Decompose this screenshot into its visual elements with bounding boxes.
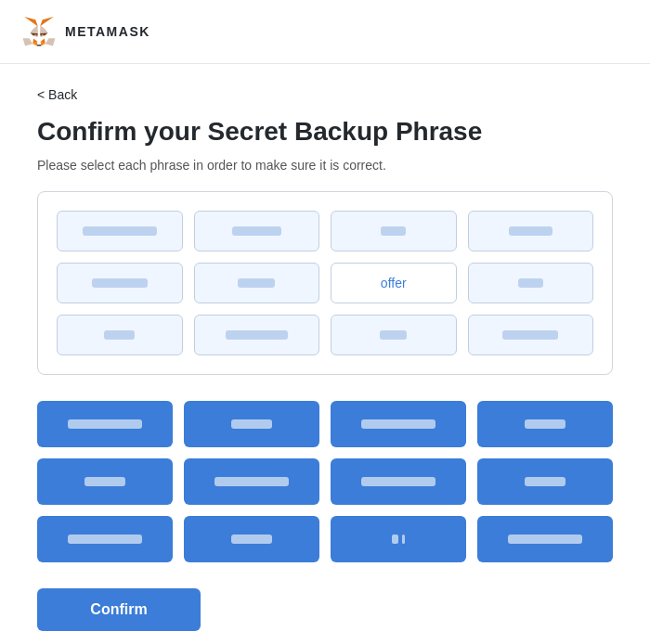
word-blur-4	[509, 226, 552, 236]
metamask-logo-icon	[22, 15, 56, 48]
page-subtitle: Please select each phrase in order to ma…	[37, 158, 613, 173]
word-button-12[interactable]	[477, 516, 613, 562]
svg-marker-0	[40, 17, 54, 26]
word-button-2[interactable]	[184, 401, 319, 447]
phrase-selection-box: offer	[37, 191, 613, 375]
svg-marker-3	[23, 38, 33, 45]
phrase-slot-3[interactable]	[331, 211, 457, 251]
btn-blur-10	[231, 535, 272, 544]
phrase-slot-2[interactable]	[194, 211, 320, 251]
word-blur-6	[238, 278, 275, 288]
btn-blur-7	[361, 477, 436, 486]
phrase-slot-5[interactable]	[57, 263, 183, 303]
main-content: < Back Confirm your Secret Backup Phrase…	[0, 64, 650, 644]
word-button-8[interactable]	[477, 458, 613, 505]
phrase-grid: offer	[57, 211, 593, 355]
phrase-slot-4[interactable]	[468, 211, 594, 251]
btn-blur-4	[525, 419, 566, 429]
word-button-4[interactable]	[477, 401, 613, 447]
phrase-slot-7[interactable]: offer	[331, 263, 457, 303]
word-blur-5	[92, 278, 148, 288]
word-button-10[interactable]	[184, 516, 319, 562]
btn-blur-1	[68, 419, 142, 429]
phrase-slot-11[interactable]	[331, 315, 457, 355]
word-blur-1	[83, 226, 157, 236]
btn-icon-11	[392, 535, 398, 544]
back-button[interactable]: < Back	[37, 87, 77, 102]
page-title: Confirm your Secret Backup Phrase	[37, 117, 613, 147]
btn-blur-11	[402, 535, 405, 544]
word-button-7[interactable]	[331, 458, 466, 505]
word-buttons-grid	[37, 401, 613, 562]
btn-blur-5	[84, 477, 125, 486]
word-blur-8	[518, 278, 543, 288]
phrase-slot-1[interactable]	[57, 211, 183, 251]
svg-marker-12	[37, 45, 41, 45]
word-button-5[interactable]	[37, 458, 173, 505]
word-blur-10	[226, 330, 288, 340]
btn-blur-8	[525, 477, 566, 486]
phrase-slot-10[interactable]	[194, 315, 320, 355]
phrase-slot-6[interactable]	[194, 263, 320, 303]
word-button-6[interactable]	[184, 458, 319, 505]
btn-blur-2	[231, 419, 272, 429]
svg-marker-4	[31, 25, 38, 33]
app-header: METAMASK	[0, 0, 650, 64]
phrase-slot-12[interactable]	[468, 315, 594, 355]
word-blur-3	[381, 226, 406, 236]
word-blur-12	[502, 330, 558, 340]
phrase-slot-8[interactable]	[468, 263, 594, 303]
word-button-3[interactable]	[331, 401, 466, 447]
word-blur-2	[232, 226, 281, 236]
svg-marker-5	[40, 25, 47, 33]
svg-marker-1	[24, 17, 38, 27]
svg-marker-2	[46, 38, 56, 45]
word-blur-11	[380, 330, 407, 340]
word-button-1[interactable]	[37, 401, 173, 447]
btn-blur-12	[508, 535, 582, 544]
btn-blur-3	[361, 419, 436, 429]
word-button-9[interactable]	[37, 516, 173, 562]
btn-blur-9	[68, 535, 142, 544]
word-button-11[interactable]	[331, 516, 466, 562]
btn-blur-6	[214, 477, 289, 486]
phrase-word-offer: offer	[381, 276, 407, 290]
confirm-button[interactable]: Confirm	[37, 588, 201, 631]
word-blur-9	[104, 330, 135, 340]
phrase-slot-9[interactable]	[57, 315, 183, 355]
app-name: METAMASK	[65, 24, 150, 39]
